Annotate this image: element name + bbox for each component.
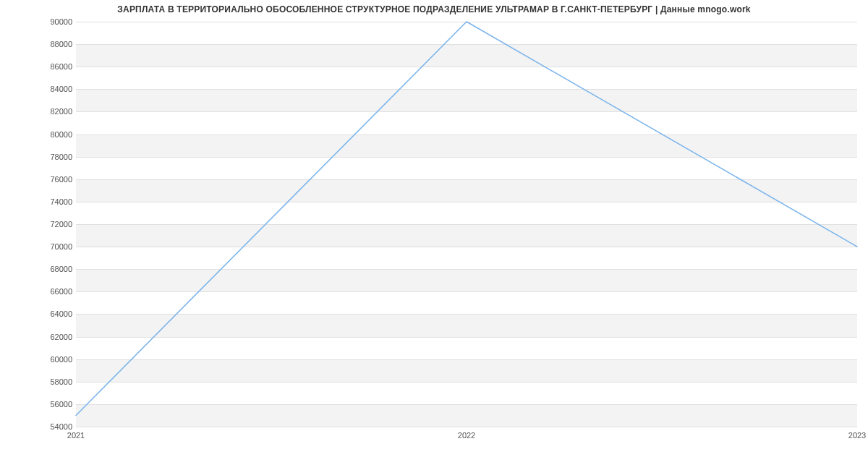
y-tick-label: 60000 — [29, 355, 72, 364]
line-series — [76, 22, 857, 427]
chart-title: ЗАРПЛАТА В ТЕРРИТОРИАЛЬНО ОБОСОБЛЕННОЕ С… — [0, 4, 868, 14]
plot-area — [76, 22, 857, 427]
y-tick-label: 66000 — [29, 287, 72, 296]
y-tick-label: 62000 — [29, 333, 72, 341]
y-tick-label: 76000 — [29, 175, 72, 184]
y-tick-label: 90000 — [29, 17, 72, 26]
y-tick-label: 86000 — [29, 62, 72, 71]
y-tick-label: 70000 — [29, 242, 72, 251]
y-tick-label: 80000 — [29, 130, 72, 139]
x-tick-label: 2023 — [848, 431, 866, 440]
x-tick-label: 2021 — [67, 431, 85, 440]
y-tick-label: 56000 — [29, 400, 72, 409]
y-tick-label: 54000 — [29, 422, 72, 431]
y-tick-label: 58000 — [29, 377, 72, 386]
y-tick-label: 68000 — [29, 265, 72, 273]
x-tick-label: 2022 — [458, 431, 475, 440]
y-tick-label: 82000 — [29, 107, 72, 116]
y-tick-label: 84000 — [29, 85, 72, 93]
y-gridline — [76, 427, 857, 427]
y-tick-label: 78000 — [29, 153, 72, 161]
y-tick-label: 74000 — [29, 197, 72, 206]
y-tick-label: 88000 — [29, 40, 72, 48]
series-polyline — [76, 22, 857, 415]
chart-container: ЗАРПЛАТА В ТЕРРИТОРИАЛЬНО ОБОСОБЛЕННОЕ С… — [0, 0, 868, 470]
y-tick-label: 72000 — [29, 220, 72, 228]
y-tick-label: 64000 — [29, 309, 72, 318]
